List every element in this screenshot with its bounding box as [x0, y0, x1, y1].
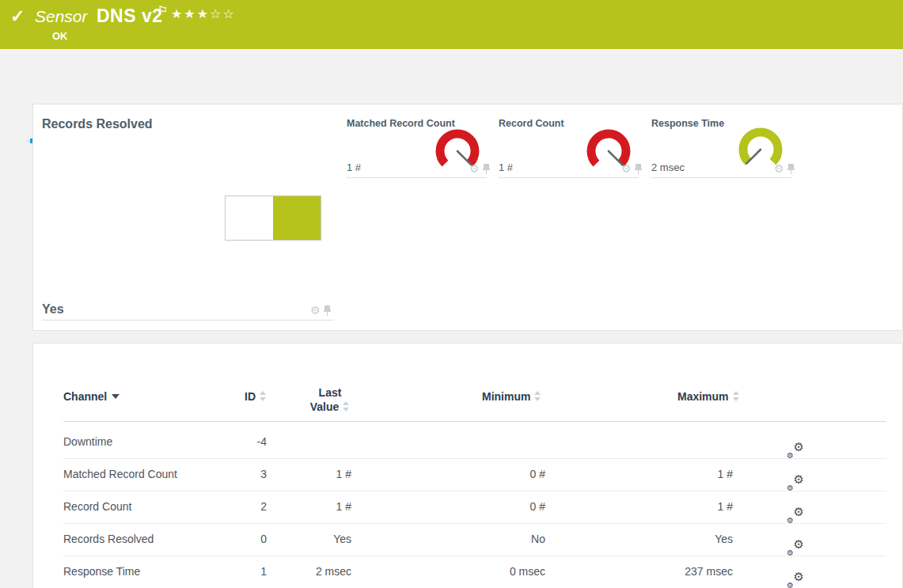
channel-name: Record Count [63, 500, 131, 513]
gauge-cell-actions: ⚙ [621, 163, 642, 174]
channel-id: 0 [192, 533, 267, 545]
channel-table-panel: Channel ID Last Value Minimum Maximum Do… [32, 343, 903, 588]
channel-name: Response Time [63, 565, 140, 578]
gear-icon[interactable]: ⚙ [621, 163, 632, 174]
column-header-channel[interactable]: Channel [63, 390, 120, 403]
table-row-matched-record-count: Matched Record Count 3 1 # 0 # 1 # ⚙⚙ [33, 458, 903, 491]
column-header-last-value[interactable]: Last Value [294, 385, 366, 414]
pin-icon[interactable] [635, 164, 642, 174]
channel-id: -4 [192, 435, 267, 448]
primary-cell-divider [42, 320, 334, 321]
table-header-divider [63, 421, 886, 422]
column-header-last-value-line1: Last [319, 386, 342, 399]
channel-settings-icon[interactable]: ⚙⚙ [787, 442, 804, 459]
channel-minimum: No [429, 533, 545, 545]
channel-id: 3 [192, 468, 267, 480]
status-badge: OK [52, 30, 68, 42]
gauge-title: Response Time [651, 118, 724, 129]
column-header-channel-label: Channel [63, 390, 107, 403]
column-header-maximum-label: Maximum [677, 390, 729, 403]
sort-icon [534, 391, 541, 401]
channel-settings-icon[interactable]: ⚙⚙ [787, 539, 804, 556]
gauge-cell-actions: ⚙ [774, 163, 795, 174]
channel-minimum: 0 # [429, 468, 545, 480]
sort-icon [733, 391, 740, 401]
table-row-downtime: Downtime -4 ⚙⚙ [33, 426, 903, 458]
channel-id: 1 [192, 565, 267, 578]
gauge-cell-divider [651, 177, 791, 178]
gear-icon[interactable]: ⚙ [469, 163, 480, 174]
tab-bar: Overview Live Data 2 days 30 days 365 da… [0, 49, 903, 94]
channel-settings-icon[interactable]: ⚙⚙ [787, 474, 804, 491]
boolean-indicator-fill [273, 196, 321, 240]
gauge-title: Matched Record Count [347, 118, 455, 129]
gauge-cell-divider [499, 177, 639, 178]
channel-last-value: 2 msec [271, 565, 351, 578]
overview-panel: Records Resolved Yes ⚙ Matched Record Co… [32, 104, 903, 331]
channel-name: Records Resolved [63, 533, 154, 545]
channel-settings-icon[interactable]: ⚙⚙ [787, 571, 804, 588]
gauge-title: Record Count [499, 118, 564, 129]
primary-channel-value: Yes [42, 302, 64, 317]
table-row-response-time: Response Time 1 2 msec 0 msec 237 msec ⚙… [33, 556, 903, 588]
gauge-value: 1 # [499, 161, 513, 173]
channel-maximum: 1 # [615, 500, 733, 513]
channel-minimum: 0 msec [429, 565, 545, 578]
channel-maximum: 1 # [615, 468, 733, 480]
gauge-value: 1 # [347, 161, 361, 173]
sensor-name: DNS v2 [97, 6, 163, 27]
column-header-id[interactable]: ID [192, 390, 267, 403]
gauge-cell-divider [347, 177, 487, 178]
channel-maximum: Yes [615, 533, 733, 545]
sort-icon [343, 401, 350, 412]
gauge-value: 2 msec [651, 161, 685, 173]
channel-name: Matched Record Count [63, 468, 177, 480]
gauge-cell-actions: ⚙ [469, 163, 490, 174]
channel-last-value: Yes [271, 533, 351, 545]
stars-filled: ★★★ [171, 7, 210, 21]
primary-cell-actions: ⚙ [310, 305, 331, 316]
sensor-header: ✓ Sensor DNS v2 ⚐ ★★★☆☆ OK [0, 0, 903, 49]
sensor-type-label: Sensor [35, 7, 88, 26]
channel-last-value: 1 # [271, 468, 351, 480]
channel-settings-icon[interactable]: ⚙⚙ [787, 506, 804, 524]
pin-icon[interactable] [324, 305, 331, 316]
table-row-record-count: Record Count 2 1 # 0 # 1 # ⚙⚙ [33, 491, 903, 523]
stars-empty: ☆☆ [210, 7, 236, 21]
gear-icon[interactable]: ⚙ [774, 163, 784, 174]
channel-minimum: 0 # [429, 500, 545, 513]
column-header-minimum-label: Minimum [482, 390, 530, 403]
flag-icon[interactable]: ⚐ [157, 4, 168, 17]
table-row-records-resolved: Records Resolved 0 Yes No Yes ⚙⚙ [33, 523, 903, 556]
column-header-minimum[interactable]: Minimum [482, 390, 541, 403]
column-header-id-label: ID [245, 390, 256, 403]
sort-icon [260, 391, 267, 401]
channel-name: Downtime [63, 435, 112, 448]
channel-maximum: 237 msec [615, 565, 733, 578]
channel-id: 2 [192, 500, 267, 513]
pin-icon[interactable] [787, 164, 795, 174]
gear-icon[interactable]: ⚙ [310, 305, 321, 316]
primary-channel-title: Records Resolved [42, 117, 153, 131]
pin-icon[interactable] [483, 164, 490, 174]
status-check-icon: ✓ [10, 6, 25, 27]
priority-stars[interactable]: ★★★☆☆ [171, 6, 236, 21]
sort-descending-icon [112, 394, 120, 399]
column-header-maximum[interactable]: Maximum [677, 390, 740, 403]
channel-last-value: 1 # [271, 500, 351, 513]
column-header-last-value-line2: Value [310, 400, 340, 413]
boolean-indicator [225, 195, 321, 241]
